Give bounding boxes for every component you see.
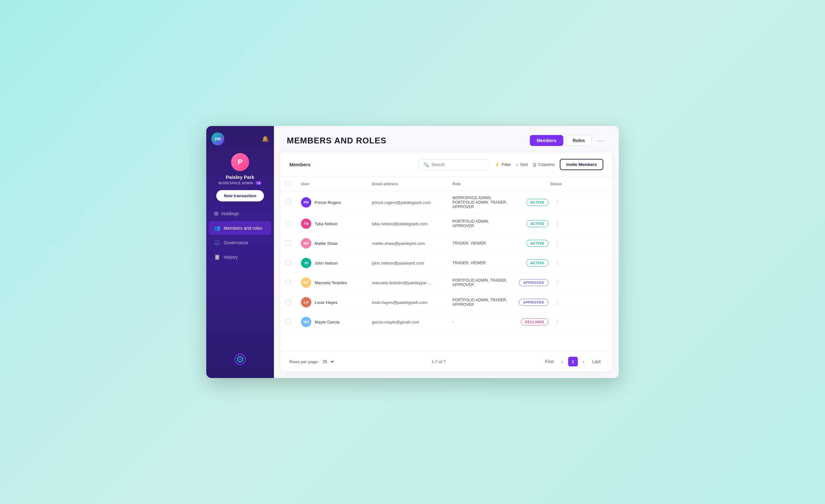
status-badge: ACTIVE — [526, 260, 548, 267]
filter-icon: ⚡ — [495, 162, 500, 167]
sidebar-item-history[interactable]: 📋 History — [209, 250, 271, 264]
row-menu-button[interactable]: ⋮ — [552, 299, 562, 306]
table-row: MG Mayte Garcia garcia.mayte@gmail.com -… — [280, 312, 612, 332]
page-title: MEMBERS AND ROLES — [287, 136, 386, 146]
table-header-row: User Email address Role Status — [280, 177, 612, 191]
tab-roles[interactable]: Roles — [566, 135, 592, 146]
row-email-cell: john.nelson@paisleyint.com — [367, 253, 447, 273]
columns-button[interactable]: ||| Columns — [533, 162, 554, 167]
filter-label: Filter — [502, 162, 511, 167]
row-checkbox[interactable] — [286, 240, 291, 245]
row-user-cell: TN Tyka Nelson — [296, 214, 367, 234]
filter-button[interactable]: ⚡ Filter — [495, 162, 511, 167]
table-row: MT Manuela Testolini manuela.testolini@p… — [280, 273, 612, 293]
search-input[interactable] — [432, 162, 485, 167]
row-checkbox[interactable] — [286, 260, 291, 265]
row-status-cell: ACTIVE ⋮ — [514, 253, 567, 273]
sort-label: Sort — [520, 162, 528, 167]
history-icon: 📋 — [214, 254, 220, 260]
last-page-button[interactable]: Last — [590, 358, 603, 365]
sidebar-item-members[interactable]: 👥 Members and roles — [209, 221, 271, 235]
member-avatar: JN — [301, 258, 311, 268]
row-checkbox-cell — [280, 312, 296, 332]
first-page-button[interactable]: First — [542, 358, 556, 365]
col-user: User — [296, 177, 367, 191]
status-badge: ACTIVE — [526, 199, 548, 206]
page-header: MEMBERS AND ROLES Members Roles ⋯ — [274, 126, 619, 152]
current-page: 1 — [568, 357, 578, 366]
row-email-cell: manuela.testolini@paisleypar ... — [367, 273, 447, 293]
rows-per-page-select[interactable]: 25 50 100 — [321, 359, 335, 364]
row-checkbox-cell — [280, 234, 296, 253]
row-checkbox-cell — [280, 214, 296, 234]
table-row: LH Louis Hayes louis.hayes@paisleypark.c… — [280, 293, 612, 312]
row-checkbox[interactable] — [286, 200, 291, 205]
row-menu-button[interactable]: ⋮ — [552, 318, 562, 326]
user-name: Paisley Park — [226, 174, 254, 180]
row-user-cell: MD Mattie Shaw — [296, 234, 367, 253]
svg-point-2 — [239, 358, 241, 360]
member-name: Mattie Shaw — [314, 241, 338, 246]
member-name: Prince Rogers — [314, 200, 341, 205]
row-role-cell: - — [447, 312, 514, 332]
member-avatar: TN — [301, 218, 311, 229]
row-checkbox[interactable] — [286, 280, 291, 285]
select-all-checkbox[interactable] — [286, 181, 291, 186]
governance-icon: ⚖️ — [214, 239, 220, 245]
row-menu-button[interactable]: ⋮ — [552, 279, 562, 286]
member-avatar: LH — [301, 297, 311, 307]
status-badge: APPROVED — [519, 299, 548, 306]
sidebar-item-holdings[interactable]: ⊞ Holdings — [209, 207, 271, 220]
row-status-cell: ACTIVE ⋮ — [514, 214, 567, 234]
table-row: TN Tyka Nelson tyka.nelson@paisleypark.c… — [280, 214, 612, 234]
member-avatar: MD — [301, 238, 311, 248]
row-menu-button[interactable]: ⋮ — [552, 260, 562, 267]
table-toolbar: Members 🔍 ⚡ Filter ↕ Sort || — [280, 152, 612, 177]
workspace-avatar[interactable]: PR — [211, 132, 224, 145]
sort-icon: ↕ — [516, 162, 519, 167]
col-actions — [567, 177, 612, 191]
row-menu-button[interactable]: ⋮ — [552, 220, 562, 227]
sidebar: PR 🔔 P Paisley Park WORKSPACE ADMIN +3 N… — [206, 126, 274, 378]
toolbar-right: 🔍 ⚡ Filter ↕ Sort ||| Columns — [419, 159, 603, 170]
avatar: P — [231, 153, 249, 171]
row-menu-button[interactable]: ⋮ — [552, 199, 562, 206]
row-email-cell: garcia.mayte@gmail.com — [367, 312, 447, 332]
prev-page-button[interactable]: ‹ — [559, 358, 566, 365]
table-row: PR Prince Rogers prince.rogers@paisleypa… — [280, 191, 612, 214]
member-name: Mayte Garcia — [314, 320, 340, 325]
tab-members[interactable]: Members — [530, 135, 563, 146]
row-checkbox[interactable] — [286, 299, 291, 304]
pagination-range: 1-7 of 7 — [432, 359, 446, 364]
member-name: Manuela Testolini — [314, 280, 347, 285]
bell-icon[interactable]: 🔔 — [262, 135, 269, 142]
main-content: MEMBERS AND ROLES Members Roles ⋯ Member… — [274, 126, 619, 378]
next-page-button[interactable]: › — [580, 358, 587, 365]
col-checkbox — [280, 177, 296, 191]
row-role-cell: PORTFOLIO ADMIN, APPROVER — [447, 214, 514, 234]
row-role-cell: TRADER, VIEWER — [447, 253, 514, 273]
members-table: User Email address Role Status PR Prin — [280, 177, 612, 351]
search-box[interactable]: 🔍 — [419, 159, 490, 170]
row-checkbox[interactable] — [286, 221, 291, 226]
table-footer: Rows per page: 25 50 100 1-7 of 7 First … — [280, 351, 612, 372]
member-name: Louis Hayes — [314, 300, 338, 305]
row-user-cell: PR Prince Rogers — [296, 191, 367, 214]
more-options-button[interactable]: ⋯ — [594, 135, 606, 146]
sidebar-item-members-label: Members and roles — [224, 226, 262, 231]
table-row: MD Mattie Shaw mattie.shaw@paisleyint.co… — [280, 234, 612, 253]
row-status-cell: APPROVED ⋮ — [514, 293, 567, 312]
row-checkbox[interactable] — [286, 319, 291, 324]
row-email-cell: louis.hayes@paisleypark.com — [367, 293, 447, 312]
status-badge: APPROVED — [519, 279, 548, 286]
row-role-cell: PORTFOLIO ADMIN, TRADER, APPROVER — [447, 293, 514, 312]
row-user-cell: JN John Nelson — [296, 253, 367, 273]
table-body: PR Prince Rogers prince.rogers@paisleypa… — [280, 191, 612, 332]
invite-members-button[interactable]: Invite Members — [560, 159, 603, 170]
sidebar-item-governance[interactable]: ⚖️ Governance — [209, 235, 271, 249]
new-transaction-button[interactable]: New transaction — [216, 190, 264, 201]
row-menu-button[interactable]: ⋮ — [552, 240, 562, 247]
sort-button[interactable]: ↕ Sort — [516, 162, 528, 167]
rows-per-page-label: Rows per page: — [289, 359, 319, 364]
status-badge: ACTIVE — [526, 220, 548, 227]
